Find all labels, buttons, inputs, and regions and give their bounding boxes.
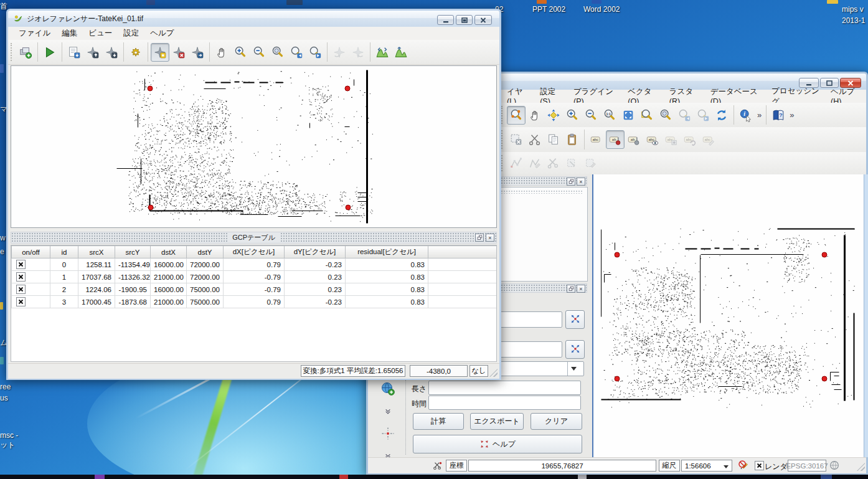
gcp-cell[interactable]: 1224.06 <box>78 283 115 296</box>
gcp-cell[interactable]: 0.83 <box>346 258 428 271</box>
gcp-cell[interactable]: 0.83 <box>346 296 428 308</box>
gcp-cell[interactable]: 1 <box>50 271 78 283</box>
link-georef-extent-icon[interactable] <box>330 43 349 62</box>
gcp-enabled-checkbox[interactable] <box>16 260 26 269</box>
coordinate-input[interactable]: 19655,76827 <box>468 460 656 472</box>
histogram-local-icon[interactable] <box>373 43 392 62</box>
show-labels-icon[interactable]: abc <box>643 130 662 149</box>
desktop-icon-mips[interactable]: mips v <box>842 5 864 14</box>
scale-combo[interactable]: 1:56606 <box>681 460 732 472</box>
gcp-cell[interactable]: 0 <box>50 258 78 271</box>
gcp-table-header[interactable]: on/offidsrcXsrcYdstXdstYdX[ピクセル]dY[ピクセル]… <box>12 246 497 258</box>
zoom-next-icon[interactable] <box>694 106 712 125</box>
column-header[interactable]: id <box>50 246 78 258</box>
gcp-table-row[interactable]: 117037.68-11326.3221000.0072000.00-0.790… <box>12 271 497 283</box>
taskbar-item[interactable] <box>339 475 348 479</box>
zoom-out-icon[interactable] <box>582 106 600 125</box>
gcp-cell[interactable]: -0.23 <box>285 296 346 308</box>
crs-status[interactable]: EPSG:30167 <box>788 460 826 472</box>
desktop-icon-word2002[interactable]: Word 2002 <box>583 5 620 14</box>
close-panel-icon[interactable]: × <box>486 234 494 242</box>
desktop-icon-label-fragment[interactable]: w <box>0 234 6 242</box>
georef-menu-0[interactable]: ファイル <box>13 27 56 40</box>
gcp-table-row[interactable]: 317000.45-1873.6821000.0075000.000.79-0.… <box>12 296 497 308</box>
move-label-icon[interactable]: abc <box>662 130 681 149</box>
mips-icon-fragment[interactable] <box>827 0 838 4</box>
gcp-cell[interactable]: -1873.68 <box>115 296 151 308</box>
gcp-cell[interactable]: 0.23 <box>285 271 346 283</box>
pin-label-gray-icon[interactable]: ab <box>625 130 643 149</box>
change-label-icon[interactable]: abc <box>699 130 718 149</box>
resize-grip[interactable] <box>857 463 865 471</box>
desktop-icon-date[interactable]: 2013-1 <box>842 16 865 25</box>
desktop-icon-label-fragment[interactable]: us <box>0 394 8 402</box>
gdal-script-icon[interactable] <box>65 43 83 62</box>
taskbar-item[interactable] <box>578 475 587 479</box>
gcp-cell[interactable]: 17037.68 <box>78 271 115 283</box>
toolbar-overflow-chevron[interactable]: » <box>755 110 763 120</box>
pin-label-icon[interactable]: ab <box>606 130 625 149</box>
toolbar-grip[interactable] <box>501 130 504 149</box>
gcp-enabled-checkbox[interactable] <box>16 297 26 306</box>
column-header[interactable]: dY[ピクセル] <box>285 246 346 258</box>
open-raster-icon[interactable] <box>16 43 35 62</box>
reshape-icon[interactable] <box>526 154 544 173</box>
add-wms-layer-icon[interactable] <box>379 379 397 398</box>
zoom-in-icon[interactable] <box>231 43 250 62</box>
close-panel-icon[interactable]: × <box>577 285 585 293</box>
desktop-icon-fragment[interactable] <box>0 64 4 73</box>
maximize-button[interactable] <box>456 15 473 25</box>
gcp-cell[interactable]: 16000.00 <box>151 258 187 271</box>
recenter-button[interactable] <box>565 340 585 359</box>
minimize-button[interactable] <box>437 15 454 25</box>
float-panel-icon[interactable] <box>567 285 575 293</box>
desktop-icon-fragment[interactable] <box>146 0 155 5</box>
zoom-in-icon[interactable] <box>563 106 582 125</box>
identify-icon[interactable]: i <box>737 106 755 125</box>
taskbar-item[interactable] <box>95 475 105 479</box>
label-icon[interactable]: abc <box>587 130 606 149</box>
gcp-cell[interactable]: 21000.00 <box>151 271 187 283</box>
copy-icon[interactable] <box>544 130 563 149</box>
toolbar-grip[interactable] <box>501 106 504 124</box>
move-point-icon[interactable] <box>188 43 207 62</box>
gcp-cell[interactable]: 2 <box>50 283 78 296</box>
georef-menu-4[interactable]: ヘルプ <box>144 27 179 40</box>
merge-features-icon[interactable] <box>563 154 582 173</box>
georef-menu-3[interactable]: 設定 <box>118 27 144 40</box>
float-panel-icon[interactable] <box>475 234 484 242</box>
delete-point-icon[interactable] <box>169 43 188 62</box>
load-gcp-icon[interactable] <box>83 43 102 62</box>
move-map-icon[interactable] <box>544 106 563 125</box>
qgis-map-canvas[interactable] <box>592 174 864 457</box>
paste-icon[interactable] <box>563 130 582 149</box>
gcp-cell[interactable]: 75000.00 <box>187 283 224 296</box>
coordinate-capture-icon[interactable] <box>432 460 443 474</box>
zoom-layer-icon[interactable] <box>268 43 287 62</box>
zoom-last-icon[interactable] <box>287 43 306 62</box>
desktop-icon-fragment[interactable] <box>0 357 4 364</box>
column-header[interactable]: dstX <box>151 246 187 258</box>
deselect-icon[interactable] <box>507 130 526 149</box>
zoom-out-icon[interactable] <box>250 43 268 62</box>
zoom-layer-icon[interactable] <box>656 106 675 125</box>
gcp-cell[interactable]: -0.79 <box>224 283 285 296</box>
georeferencer-titlebar[interactable]: ジオレファレンサー-TateKei_01.tif <box>8 11 499 27</box>
ppt-icon-fragment[interactable] <box>537 0 547 4</box>
zoom-next-icon[interactable] <box>306 43 324 62</box>
gcp-cell[interactable]: 0.83 <box>346 271 428 283</box>
pan-icon[interactable] <box>526 106 544 125</box>
column-header[interactable]: srcX <box>78 246 115 258</box>
close-panel-icon[interactable]: × <box>577 178 585 186</box>
export-button[interactable]: エクスポート <box>470 413 524 430</box>
word-icon-fragment[interactable] <box>592 0 601 4</box>
desktop-icon-ppt2002[interactable]: PPT 2002 <box>532 5 565 14</box>
render-suspend-icon[interactable] <box>738 460 750 474</box>
help-icon[interactable]: ? <box>769 106 788 125</box>
scale-label[interactable]: 縮尺 <box>659 460 680 472</box>
zoom-last-icon[interactable] <box>675 106 694 125</box>
gcp-cell[interactable]: 0.79 <box>224 296 285 308</box>
desktop-icon-label-fragment[interactable]: ット <box>0 440 16 450</box>
combo-arrow-icon[interactable] <box>567 362 580 376</box>
raster-image-view[interactable] <box>11 66 496 227</box>
